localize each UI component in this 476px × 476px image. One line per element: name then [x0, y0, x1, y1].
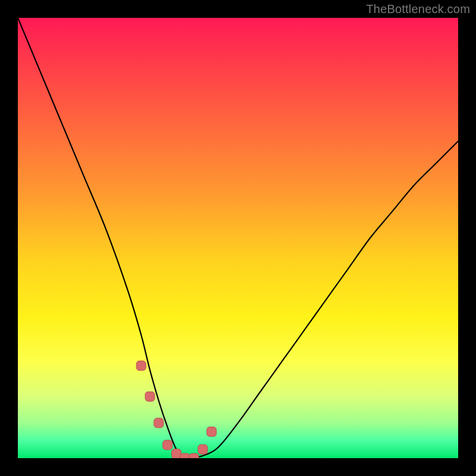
highlight-marker [189, 453, 199, 458]
curve-svg [18, 18, 458, 458]
highlight-markers [136, 361, 216, 458]
highlight-marker [180, 453, 190, 458]
highlight-marker [154, 418, 164, 428]
highlight-marker [163, 440, 173, 450]
outer-frame: TheBottleneck.com [0, 0, 476, 476]
highlight-marker [145, 392, 155, 401]
watermark-text: TheBottleneck.com [366, 2, 470, 16]
highlight-marker [198, 444, 208, 454]
highlight-marker [171, 449, 181, 458]
highlight-marker [136, 361, 146, 371]
plot-area [18, 18, 458, 458]
highlight-marker [207, 427, 217, 437]
bottleneck-curve [18, 18, 458, 458]
